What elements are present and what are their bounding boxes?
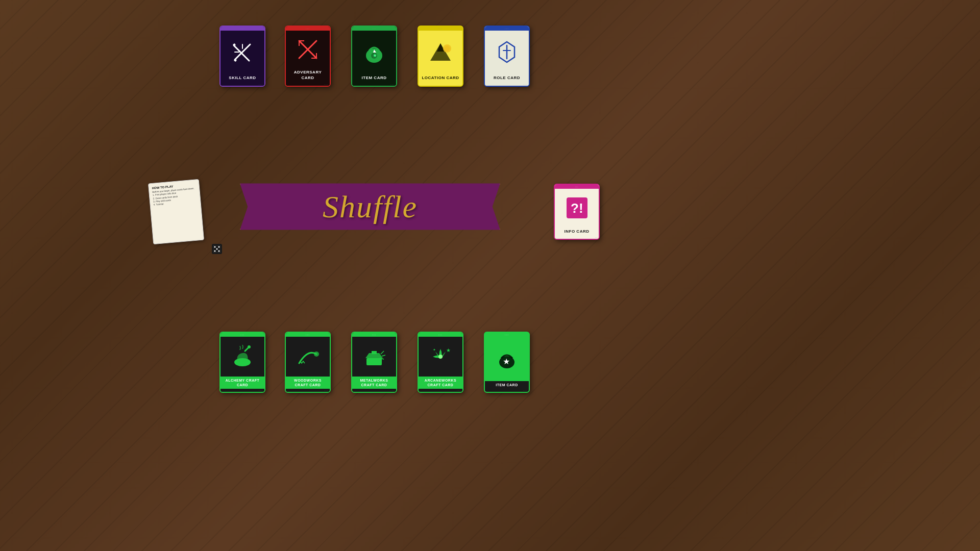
location-card-label: LOCATION CARD (419, 73, 462, 83)
adversary-card[interactable]: ··· ADVERSARY CARD ··· (285, 26, 331, 87)
item-card-top[interactable]: ··· ★ ITEM CARD ··· (351, 26, 397, 87)
alchemy-card-label: ALCHEMY CRAFT CARD (220, 377, 264, 389)
svg-text:★: ★ (373, 53, 377, 58)
item-card-label: ITEM CARD (352, 73, 396, 83)
svg-rect-34 (366, 358, 382, 365)
arcaneworks-card-icon-area: ★ ✦ (419, 337, 462, 377)
alchemy-card-bottom-bar: ··· (220, 389, 264, 392)
item-card-bottom-top-bar: ··· (485, 333, 529, 337)
item-card-top-bar: ··· (352, 27, 396, 31)
anvil-icon (361, 344, 387, 369)
mountain-icon (428, 39, 453, 65)
svg-point-3 (214, 251, 216, 252)
alchemy-card-icon-area (220, 337, 264, 377)
metalworks-card-icon-area (352, 337, 396, 377)
svg-point-2 (218, 246, 220, 248)
crossed-swords-icon (295, 37, 321, 62)
woodworks-card-label: WOODWORKS CRAFT CARD (286, 377, 330, 389)
item-card-icon-area: ★ (352, 31, 396, 73)
info-card-top-bar: ··· (555, 185, 599, 189)
location-card-icon-area (419, 31, 462, 73)
location-card-top-bar: ··· (419, 27, 462, 31)
svg-text:✦: ✦ (433, 348, 436, 352)
adversary-card-icon-area (286, 31, 330, 68)
role-card-top-bar: ··· (485, 27, 529, 31)
skill-card-icon-area (220, 31, 264, 73)
item-card-bottom-bar: ··· (485, 389, 529, 392)
shuffle-text: Shuffle (323, 189, 418, 225)
info-card[interactable]: ··· ?! INFO CARD ··· (554, 184, 600, 240)
skill-card-top-bar: ··· (220, 27, 264, 31)
arcaneworks-card-label: ARCANEWORKS CRAFT CARD (419, 377, 462, 389)
svg-point-33 (314, 352, 319, 357)
svg-point-4 (218, 251, 220, 252)
svg-text:★: ★ (503, 357, 510, 366)
svg-rect-35 (372, 351, 377, 354)
bag-star-icon: ★ (494, 346, 520, 371)
skill-card[interactable]: ··· SKILL CARD ··· (219, 26, 265, 87)
metalworks-craft-card[interactable]: ··· METALWORKS CRAFT CARD ··· (351, 332, 397, 393)
saw-icon (295, 344, 321, 369)
info-question-icon: ?! (566, 196, 589, 219)
woodworks-card-bottom-bar: ··· (286, 389, 330, 392)
woodworks-card-icon-area (286, 337, 330, 377)
metalworks-card-bottom-bar: ··· (352, 389, 396, 392)
svg-point-39 (438, 355, 443, 359)
role-card-label: ROLE CARD (485, 73, 529, 83)
item-card-bottom-bar: ··· (352, 83, 396, 86)
info-card-icon-area: ?! (566, 189, 589, 228)
svg-line-37 (382, 355, 385, 356)
adversary-card-bottom-bar: ··· (286, 83, 330, 86)
svg-point-32 (248, 345, 251, 348)
how-to-play-body: Before you begin, place cards face down.… (152, 187, 197, 207)
skill-card-label: SKILL CARD (220, 73, 264, 83)
adversary-card-top-bar: ··· (286, 27, 330, 31)
skill-card-bottom-bar: ··· (220, 83, 264, 86)
adversary-card-label: ADVERSARY CARD (286, 68, 330, 83)
alchemy-card-top-bar: ··· (220, 333, 264, 337)
arcaneworks-craft-card[interactable]: ··· ★ ✦ ARCANEWORKS CRAFT CARD ··· (418, 332, 463, 393)
shield-sword-icon (494, 39, 520, 65)
alchemy-craft-card[interactable]: ··· ALCHEMY CRAFT CARD ··· (219, 332, 265, 393)
swords-icon (230, 39, 255, 65)
dice[interactable] (212, 244, 222, 254)
location-card[interactable]: ··· LOCATION CARD ··· (418, 26, 463, 87)
role-card[interactable]: ··· ROLE CARD ··· (484, 26, 530, 87)
arcaneworks-card-top-bar: ··· (419, 333, 462, 337)
sparkle-icon: ★ ✦ (428, 344, 453, 369)
svg-point-5 (216, 248, 218, 250)
woodworks-craft-card[interactable]: ··· WOODWORKS CRAFT CARD ··· (285, 332, 331, 393)
location-card-bottom-bar: ··· (419, 83, 462, 86)
info-card-bottom-bar: ··· (555, 236, 599, 239)
arcaneworks-card-bottom-bar: ··· (419, 389, 462, 392)
svg-marker-23 (437, 43, 444, 52)
item-card-bottom[interactable]: ··· ★ ITEM CARD ··· (484, 332, 530, 393)
mortar-pestle-icon (230, 344, 255, 369)
svg-point-25 (445, 46, 450, 51)
svg-line-36 (381, 351, 384, 354)
svg-text:?!: ?! (571, 201, 583, 216)
how-to-play-card[interactable]: HOW TO PLAY Before you begin, place card… (148, 179, 204, 244)
metalworks-card-label: METALWORKS CRAFT CARD (352, 377, 396, 389)
item-card-bottom-label: ITEM CARD (485, 381, 529, 389)
svg-text:★: ★ (446, 347, 451, 353)
info-card-label: INFO CARD (555, 228, 599, 236)
role-card-bottom-bar: ··· (485, 83, 529, 86)
woodworks-card-top-bar: ··· (286, 333, 330, 337)
metalworks-card-top-bar: ··· (352, 333, 396, 337)
svg-point-1 (214, 246, 216, 248)
role-card-icon-area (485, 31, 529, 73)
item-card-bottom-icon-area: ★ (485, 337, 529, 381)
bag-icon: ★ (361, 39, 387, 65)
